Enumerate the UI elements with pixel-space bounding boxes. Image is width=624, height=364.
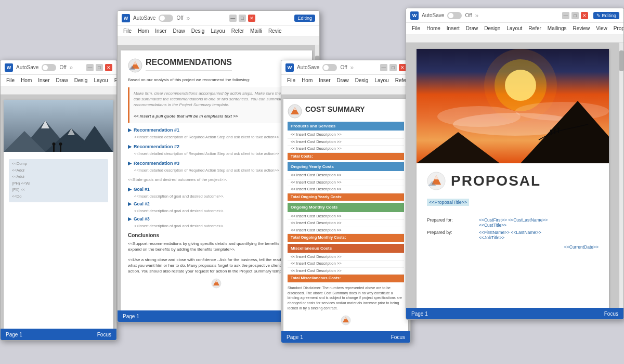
menu-layout-4[interactable]: Layout: [504, 24, 525, 32]
contact-company: <<Comp: [12, 161, 105, 167]
maximize-button-4[interactable]: □: [571, 12, 579, 19]
cost-s2-row2: << Insert Cost Description >>: [288, 179, 404, 187]
rec-page-footer-logo: [128, 278, 305, 291]
menu-design-1[interactable]: Desig: [72, 76, 90, 84]
menu-insert-3[interactable]: Inser: [316, 76, 333, 84]
contact-do: <<Do: [12, 194, 105, 200]
rec2-body: <<Insert detailed description of Require…: [134, 151, 305, 157]
word-window-4[interactable]: W AutoSave Off » — □ ✕ ✎ Editing File Ho…: [406, 8, 624, 320]
minimize-button-2[interactable]: —: [229, 15, 237, 22]
ruler-3: [281, 86, 410, 95]
titlebar-extra-2: »: [187, 15, 190, 22]
close-button-3[interactable]: ✕: [399, 64, 406, 71]
scrollbar-4[interactable]: [619, 43, 623, 308]
menu-draw-1[interactable]: Draw: [53, 76, 70, 84]
svg-rect-34: [551, 131, 552, 135]
menu-mail-2[interactable]: Mailli: [248, 27, 265, 35]
menu-ref-1[interactable]: Refer: [112, 76, 117, 84]
menu-insert-2[interactable]: Inser: [152, 27, 169, 35]
window-controls-3: — □ ✕: [380, 64, 406, 71]
rec2-header: ▶Recommendation #2: [128, 144, 305, 150]
cost-section1-header: Products and Services: [288, 122, 404, 131]
maximize-button-3[interactable]: □: [389, 64, 397, 71]
proposal-title-placeholder: <<ProposalTitle>>: [427, 199, 469, 206]
focus-label-3: Focus: [391, 334, 405, 340]
svg-point-35: [550, 129, 552, 132]
cost-s3-row3: << Insert Cost Description >>: [288, 227, 404, 235]
proposal-doc-title: PROPOSAL: [451, 173, 541, 189]
cost-s1-total: Total Costs:: [288, 153, 404, 161]
menu-layout-1[interactable]: Layou: [91, 76, 110, 84]
minimize-button-1[interactable]: —: [86, 64, 94, 71]
cost-s1-row1: << Insert Cost Description >>: [288, 132, 404, 139]
cost-s4-row1: << Insert Cost Description >>: [288, 254, 404, 261]
ruler-4: [406, 34, 623, 43]
contact-ph: (PH) <<Wi: [12, 181, 105, 187]
page-number-2: Page 1: [123, 314, 139, 319]
focus-label-4: Focus: [604, 311, 618, 317]
menu-home-3[interactable]: Hom: [299, 76, 315, 84]
doc-logo-3: COST SUMMARY: [288, 104, 404, 119]
menu-draw-3[interactable]: Draw: [334, 76, 351, 84]
maximize-button-2[interactable]: □: [239, 15, 246, 22]
menu-home-1[interactable]: Hom: [18, 76, 34, 84]
menu-review-2[interactable]: Revie: [266, 27, 284, 35]
cost-s2-row1: << Insert Cost Description >>: [288, 172, 404, 179]
menu-ref-4[interactable]: Refer: [526, 24, 543, 32]
word-window-1[interactable]: W AutoSave Off » — □ ✕ File Hom Inser Dr…: [0, 60, 117, 341]
cost-s4-row2: << Insert Cost Description >>: [288, 261, 404, 268]
cost-s2-total: Total Ongoing Yearly Costs:: [288, 193, 404, 201]
menu-home-2[interactable]: Hom: [135, 27, 151, 35]
titlebar-1: W AutoSave Off » — □ ✕: [1, 60, 116, 75]
menu-home-4[interactable]: Home: [424, 24, 443, 32]
word-app-icon-4: W: [410, 11, 419, 20]
prepared-for-row: Prepared for: <<CustFirst>> <<CustLastNa…: [427, 217, 599, 228]
menu-file-1[interactable]: File: [4, 76, 17, 84]
menu-layout-3[interactable]: Layou: [372, 76, 391, 84]
menu-view-4[interactable]: View: [593, 24, 610, 32]
doc-page-1: <<Comp <<Addr <<Addr (PH) <<Wi (FX) << <…: [4, 100, 113, 329]
conclusions-body-1: <<Support recommendations by giving spec…: [128, 241, 305, 252]
svg-rect-38: [558, 129, 559, 133]
page-number-1: Page 1: [6, 332, 22, 337]
close-button-2[interactable]: ✕: [248, 15, 255, 22]
contact-addr2: <<Addr: [12, 174, 105, 180]
menu-props-4[interactable]: Props: [611, 24, 624, 32]
doc-area-4: PROPOSAL <<ProposalTitle>> Prepared for:…: [406, 43, 623, 308]
proposal-date: <<CurrentDate>>: [427, 244, 599, 250]
menu-draw-4[interactable]: Draw: [463, 24, 480, 32]
close-button-1[interactable]: ✕: [105, 64, 112, 71]
word-window-3[interactable]: W AutoSave Off » — □ ✕ File Hom Inser Dr…: [281, 60, 411, 343]
cost-s2-row3: << Insert Cost Description >>: [288, 186, 404, 193]
menu-draw-2[interactable]: Draw: [170, 27, 187, 35]
maximize-button-1[interactable]: □: [96, 64, 103, 71]
autosave-toggle-4[interactable]: [447, 12, 462, 19]
ruler-2: [118, 37, 319, 45]
menu-ref-2[interactable]: Refer: [229, 27, 246, 35]
menu-file-3[interactable]: File: [284, 76, 298, 84]
autosave-toggle-1[interactable]: [42, 64, 56, 71]
menu-file-4[interactable]: File: [409, 24, 423, 32]
menu-design-2[interactable]: Desig: [189, 27, 207, 35]
menu-insert-1[interactable]: Inser: [35, 76, 52, 84]
rec-intro: Based on our analysis of this project we…: [128, 77, 305, 83]
close-button-4[interactable]: ✕: [581, 12, 588, 19]
autosave-toggle-2[interactable]: [159, 15, 173, 22]
word-app-icon-3: W: [285, 63, 294, 72]
minimize-button-4[interactable]: —: [562, 12, 569, 19]
svg-point-8: [53, 142, 56, 146]
titlebar-2: W AutoSave Off » — □ ✕ Editing: [118, 11, 319, 25]
titlebar-extra-1: »: [70, 64, 73, 71]
menu-review-4[interactable]: Review: [570, 24, 592, 32]
menu-insert-4[interactable]: Insert: [444, 24, 462, 32]
titlebar-3: W AutoSave Off » — □ ✕: [281, 60, 410, 75]
svg-point-37: [554, 128, 556, 131]
menu-design-3[interactable]: Desig: [353, 76, 371, 84]
menu-layout-2[interactable]: Layou: [208, 27, 227, 35]
menu-file-2[interactable]: File: [121, 27, 134, 35]
autosave-state-2: Off: [176, 15, 183, 21]
menu-mail-4[interactable]: Mailings: [545, 24, 569, 32]
minimize-button-3[interactable]: —: [380, 64, 387, 71]
autosave-toggle-3[interactable]: [322, 64, 337, 71]
menu-design-4[interactable]: Design: [482, 24, 503, 32]
